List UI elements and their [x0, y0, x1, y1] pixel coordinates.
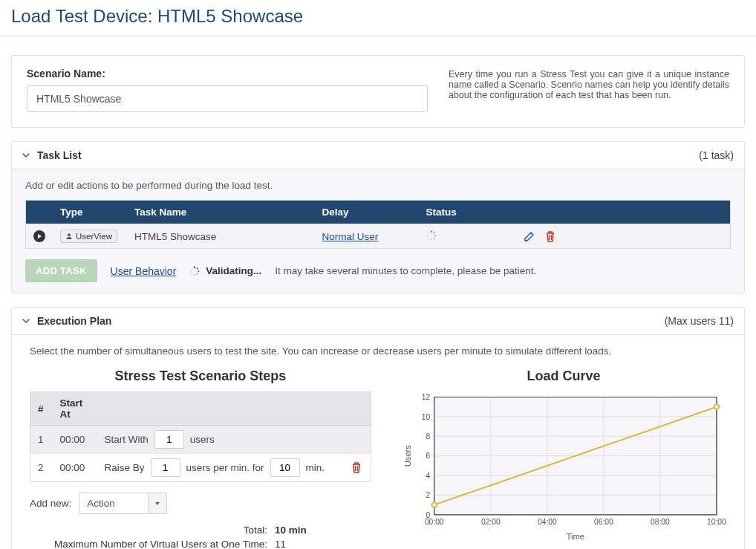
svg-text:2: 2: [426, 491, 430, 499]
svg-point-2: [433, 232, 434, 233]
svg-point-45: [431, 502, 437, 507]
scenario-help-text: Every time you run a Stress Test you can…: [449, 68, 729, 100]
svg-point-4: [433, 237, 434, 238]
task-list-panel: Task List (1 task) Add or edit actions t…: [11, 141, 745, 293]
svg-point-12: [197, 273, 198, 274]
task-type-badge: UserView: [60, 230, 117, 243]
svg-point-10: [197, 267, 198, 269]
svg-text:10: 10: [422, 413, 431, 421]
steps-table: # Start At 1 00:00: [30, 392, 371, 482]
scenario-label: Scenario Name:: [27, 68, 428, 79]
trash-icon[interactable]: [544, 230, 557, 243]
step-suffix: users: [190, 434, 215, 445]
svg-text:4: 4: [426, 472, 430, 480]
total-value: 10 min: [275, 524, 307, 536]
task-table: Type Task Name Delay Status: [25, 200, 731, 249]
svg-point-6: [428, 237, 429, 238]
task-list-header[interactable]: Task List (1 task): [12, 142, 744, 169]
svg-point-16: [192, 267, 192, 268]
task-col-name: Task Name: [127, 201, 315, 224]
add-new-select[interactable]: Action: [79, 493, 167, 514]
task-name-cell: HTML5 Showcase: [127, 224, 315, 249]
max-users-value: 11: [275, 539, 286, 549]
steps-col-num: #: [30, 392, 53, 426]
execution-plan-meta: (Max users 11): [665, 315, 734, 327]
execution-plan-panel: Execution Plan (Max users 11) Select the…: [11, 307, 745, 549]
svg-point-11: [198, 270, 200, 271]
svg-point-9: [194, 266, 195, 267]
task-delay-link[interactable]: Normal User: [322, 231, 379, 242]
svg-text:04:00: 04:00: [538, 518, 557, 526]
duration-input[interactable]: [270, 458, 300, 477]
execution-plan-subtext: Select the number of simultaneous users …: [30, 345, 726, 357]
svg-text:12: 12: [422, 393, 431, 401]
step-suffix: min.: [306, 462, 325, 473]
step-num: 1: [30, 426, 53, 454]
start-with-input[interactable]: [154, 430, 184, 449]
task-col-type: Type: [53, 201, 127, 224]
user-behavior-link[interactable]: User Behavior: [111, 265, 177, 277]
load-curve-chart: 02468101200:0002:0004:0006:0008:0010:00T…: [401, 392, 726, 544]
step-startat: 00:00: [53, 426, 97, 454]
spinner-icon: [189, 266, 200, 276]
step-row: 2 00:00 Raise By users per min. for min.: [30, 454, 371, 482]
svg-point-13: [194, 274, 195, 276]
task-list-subtext: Add or edit actions to be performed duri…: [25, 180, 731, 191]
scenario-name-input[interactable]: [27, 85, 428, 112]
svg-text:02:00: 02:00: [481, 518, 501, 526]
step-label: Start With: [105, 434, 149, 445]
svg-text:08:00: 08:00: [651, 518, 670, 526]
scenario-panel: Scenario Name: Every time you run a Stre…: [11, 55, 745, 128]
play-icon[interactable]: [33, 230, 45, 242]
svg-text:Users: Users: [403, 445, 412, 467]
task-type-badge-label: UserView: [76, 232, 112, 241]
trash-icon[interactable]: [350, 461, 363, 474]
task-col-status: Status: [419, 201, 515, 224]
chart-title: Load Curve: [401, 368, 726, 384]
svg-point-0: [68, 233, 71, 236]
svg-point-5: [431, 238, 432, 240]
step-num: 2: [30, 454, 53, 482]
svg-point-3: [434, 234, 436, 235]
add-new-label: Add new:: [30, 498, 71, 509]
svg-point-15: [190, 270, 192, 272]
steps-col-startat: Start At: [53, 392, 97, 426]
task-col-delay: Delay: [315, 201, 419, 224]
spinner-icon: [426, 230, 437, 241]
step-row: 1 00:00 Start With users: [30, 426, 371, 454]
execution-plan-title: Execution Plan: [37, 315, 111, 327]
validating-text: Validating...: [206, 265, 261, 276]
execution-plan-header[interactable]: Execution Plan (Max users 11): [12, 308, 744, 335]
total-label: Total:: [30, 524, 267, 536]
svg-text:Time: Time: [567, 532, 584, 541]
svg-text:8: 8: [426, 432, 430, 441]
svg-text:10:00: 10:00: [707, 518, 726, 526]
task-list-meta: (1 task): [699, 149, 734, 161]
svg-point-1: [430, 230, 431, 232]
svg-point-14: [192, 273, 193, 274]
task-row: UserView HTML5 Showcase Normal User: [26, 224, 731, 249]
max-users-label: Maximum Number of Virtual Users at One T…: [30, 539, 267, 549]
step-mid: users per min. for: [186, 462, 264, 473]
caret-down-icon: [148, 493, 166, 513]
chevron-down-icon: [22, 152, 30, 159]
svg-point-46: [714, 404, 720, 409]
add-new-select-label: Action: [79, 493, 148, 513]
svg-text:6: 6: [426, 452, 430, 460]
add-task-button[interactable]: ADD TASK: [25, 259, 97, 282]
steps-title: Stress Test Scenario Steps: [30, 368, 371, 384]
step-startat: 00:00: [53, 454, 97, 482]
svg-point-7: [426, 235, 428, 236]
task-list-title: Task List: [37, 149, 82, 161]
chevron-down-icon: [22, 317, 30, 325]
svg-text:06:00: 06:00: [594, 518, 613, 526]
svg-text:00:00: 00:00: [425, 518, 444, 526]
raise-by-input[interactable]: [151, 458, 180, 477]
edit-icon[interactable]: [523, 230, 536, 243]
patient-text: It may take several minutes to complete,…: [275, 265, 536, 276]
step-label: Raise By: [105, 462, 145, 473]
svg-point-8: [428, 232, 428, 233]
page-title: Load Test Device: HTML5 Showcase: [11, 6, 745, 27]
